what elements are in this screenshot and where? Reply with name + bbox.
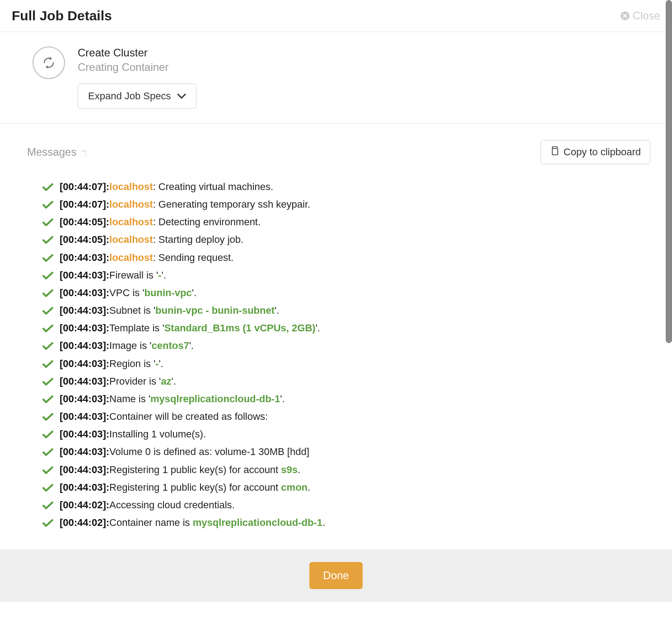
check-icon <box>42 231 53 248</box>
log-timestamp: [00:44:03]: <box>60 428 109 440</box>
log-timestamp: [00:44:03]: <box>60 287 109 298</box>
svg-point-7 <box>80 153 81 154</box>
messages-title: Messages <box>27 146 87 158</box>
job-title: Create Cluster <box>78 46 196 59</box>
check-icon <box>42 372 53 390</box>
log-highlight: bunin-vpc - bunin-subnet <box>155 305 275 316</box>
log-timestamp: [00:44:02]: <box>60 517 109 528</box>
check-icon <box>42 408 53 425</box>
check-icon <box>42 266 53 284</box>
modal-title: Full Job Details <box>12 8 112 23</box>
log-text: [00:44:03]:Container will be created as … <box>60 408 268 425</box>
log-item: [00:44:03]:Firewall is '-'. <box>42 266 650 284</box>
check-icon <box>42 319 53 337</box>
job-header: Create Cluster Creating Container Expand… <box>0 32 672 124</box>
log-timestamp: [00:44:02]: <box>60 499 109 511</box>
log-timestamp: [00:44:03]: <box>60 446 109 457</box>
log-text: [00:44:03]:Subnet is 'bunin-vpc - bunin-… <box>60 302 279 319</box>
log-item: [00:44:03]:VPC is 'bunin-vpc'. <box>42 284 650 302</box>
log-highlight: cmon <box>281 482 308 493</box>
copy-to-clipboard-button[interactable]: Copy to clipboard <box>541 140 650 164</box>
log-highlight: centos7 <box>152 340 189 351</box>
messages-section: Messages <box>0 124 672 549</box>
check-icon <box>42 337 53 354</box>
log-timestamp: [00:44:07]: <box>60 199 109 210</box>
log-text: [00:44:05]:localhost: Starting deploy jo… <box>60 231 243 248</box>
check-icon <box>42 514 53 531</box>
job-meta: Create Cluster Creating Container Expand… <box>78 46 196 109</box>
check-icon <box>42 478 53 496</box>
log-timestamp: [00:44:03]: <box>60 305 109 316</box>
log-host: localhost <box>109 199 153 210</box>
log-list: [00:44:07]:localhost: Creating virtual m… <box>27 178 650 531</box>
log-item: [00:44:03]:Subnet is 'bunin-vpc - bunin-… <box>42 302 650 319</box>
log-text: [00:44:07]:localhost: Generating tempora… <box>60 195 310 213</box>
log-text: [00:44:03]:Image is 'centos7'. <box>60 337 194 354</box>
log-timestamp: [00:44:03]: <box>60 269 109 281</box>
check-icon <box>42 249 53 266</box>
close-button[interactable]: Close <box>621 9 660 22</box>
svg-point-4 <box>85 156 86 157</box>
chevron-down-icon <box>177 93 186 99</box>
log-text: [00:44:03]:Registering 1 public key(s) f… <box>60 461 300 478</box>
log-text: [00:44:03]:Volume 0 is defined as: volum… <box>60 443 309 460</box>
log-item: [00:44:05]:localhost: Starting deploy jo… <box>42 231 650 248</box>
check-icon <box>42 390 53 408</box>
log-timestamp: [00:44:03]: <box>60 376 109 387</box>
svg-point-5 <box>83 157 84 158</box>
log-item: [00:44:03]:Registering 1 public key(s) f… <box>42 478 650 496</box>
log-timestamp: [00:44:05]: <box>60 234 109 245</box>
log-item: [00:44:03]:Registering 1 public key(s) f… <box>42 461 650 478</box>
check-icon <box>42 425 53 443</box>
check-icon <box>42 302 53 319</box>
log-text: [00:44:03]:Template is 'Standard_B1ms (1… <box>60 319 320 337</box>
log-item: [00:44:03]:Template is 'Standard_B1ms (1… <box>42 319 650 337</box>
log-timestamp: [00:44:03]: <box>60 411 109 422</box>
check-icon <box>42 443 53 460</box>
svg-point-3 <box>86 153 87 154</box>
log-highlight: az <box>161 376 171 387</box>
clipboard-icon <box>550 146 559 158</box>
log-text: [00:44:02]:Accessing cloud credentials. <box>60 496 235 514</box>
log-host: localhost <box>109 181 153 192</box>
log-timestamp: [00:44:03]: <box>60 393 109 404</box>
log-item: [00:44:03]:Volume 0 is defined as: volum… <box>42 443 650 460</box>
svg-rect-9 <box>552 149 558 155</box>
done-button[interactable]: Done <box>309 562 362 589</box>
log-text: [00:44:03]:VPC is 'bunin-vpc'. <box>60 284 196 302</box>
log-timestamp: [00:44:03]: <box>60 252 109 263</box>
log-text: [00:44:05]:localhost: Detecting environm… <box>60 213 261 231</box>
log-text: [00:44:03]:localhost: Sending request. <box>60 249 233 266</box>
log-highlight: mysqlreplicationcloud-db-1 <box>193 517 322 528</box>
log-timestamp: [00:44:03]: <box>60 464 109 475</box>
log-text: [00:44:03]:Name is 'mysqlreplicationclou… <box>60 390 285 408</box>
log-text: [00:44:03]:Provider is 'az'. <box>60 372 176 390</box>
expand-job-specs-button[interactable]: Expand Job Specs <box>78 84 196 109</box>
modal-footer: Done <box>0 549 672 602</box>
check-icon <box>42 355 53 372</box>
log-item: [00:44:02]:Container name is mysqlreplic… <box>42 514 650 531</box>
log-item: [00:44:03]:Installing 1 volume(s). <box>42 425 650 443</box>
log-host: localhost <box>109 252 153 263</box>
scrollbar[interactable] <box>666 0 672 343</box>
log-item: [00:44:03]:Container will be created as … <box>42 408 650 425</box>
log-text: [00:44:02]:Container name is mysqlreplic… <box>60 514 325 531</box>
log-item: [00:44:03]:Image is 'centos7'. <box>42 337 650 354</box>
log-timestamp: [00:44:03]: <box>60 358 109 369</box>
check-icon <box>42 213 53 231</box>
log-text: [00:44:03]:Registering 1 public key(s) f… <box>60 478 310 496</box>
status-running-icon <box>33 46 65 79</box>
log-text: [00:44:03]:Firewall is '-'. <box>60 266 166 284</box>
modal-header: Full Job Details Close <box>0 0 672 32</box>
log-timestamp: [00:44:03]: <box>60 482 109 493</box>
svg-point-8 <box>81 151 81 152</box>
check-icon <box>42 195 53 213</box>
log-item: [00:44:07]:localhost: Generating tempora… <box>42 195 650 213</box>
log-item: [00:44:03]:Region is '-'. <box>42 355 650 372</box>
log-item: [00:44:03]:Name is 'mysqlreplicationclou… <box>42 390 650 408</box>
log-timestamp: [00:44:03]: <box>60 340 109 351</box>
expand-label: Expand Job Specs <box>88 90 171 102</box>
svg-point-6 <box>80 156 81 157</box>
check-icon <box>42 178 53 195</box>
log-item: [00:44:02]:Accessing cloud credentials. <box>42 496 650 514</box>
